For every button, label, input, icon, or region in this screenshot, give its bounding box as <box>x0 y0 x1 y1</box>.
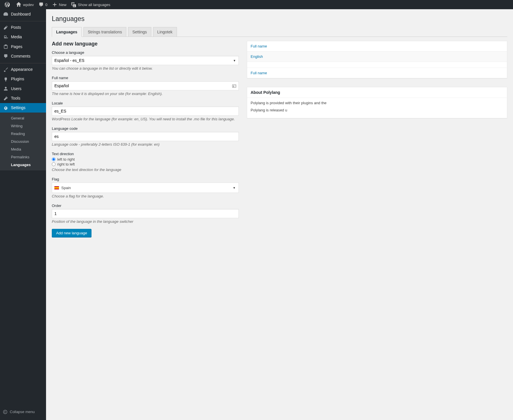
collapse-menu[interactable]: Collapse menu <box>0 406 46 420</box>
form-heading: Add new language <box>52 41 239 47</box>
site-link[interactable]: wpdev <box>14 0 36 9</box>
table-row[interactable]: English <box>247 52 507 62</box>
tab-languages[interactable]: Languages <box>52 27 82 37</box>
flag-spain-icon <box>54 186 59 189</box>
table-footer[interactable]: Full name <box>247 68 507 78</box>
tab-lingotek[interactable]: Lingotek <box>153 27 177 37</box>
content-area: Languages Languages Strings translations… <box>46 9 513 420</box>
about-title: About Polylang <box>247 87 507 98</box>
menu-appearance[interactable]: Appearance <box>0 64 46 74</box>
settings-icon <box>3 105 9 110</box>
plus-icon <box>52 2 57 7</box>
admin-sidebar: Dashboard Posts Media Pages Comments App… <box>0 9 46 420</box>
brush-icon <box>3 67 9 72</box>
submenu-permalinks[interactable]: Permalinks <box>0 153 46 161</box>
flag-label: Flag <box>52 177 239 181</box>
page-title: Languages <box>52 15 507 23</box>
new-label: New <box>59 3 66 7</box>
fullname-hint: The name is how it is displayed on your … <box>52 92 239 96</box>
fullname-label: Full name <box>52 76 239 80</box>
comments-link[interactable]: 0 <box>36 0 50 9</box>
add-language-form: Add new language Choose a language Españ… <box>52 41 239 237</box>
home-icon <box>16 2 21 7</box>
menu-tools[interactable]: Tools <box>0 93 46 103</box>
comment-icon <box>39 2 44 7</box>
new-link[interactable]: New <box>50 0 69 9</box>
tab-strings[interactable]: Strings translations <box>83 27 126 37</box>
svg-point-0 <box>3 410 7 414</box>
menu-plugins[interactable]: Plugins <box>0 74 46 84</box>
submenu-discussion[interactable]: Discussion <box>0 138 46 145</box>
order-label: Order <box>52 204 239 208</box>
languages-table: Full name English Full name <box>247 41 507 78</box>
choose-language-hint: You can choose a language in the list or… <box>52 66 239 71</box>
settings-submenu: General Writing Reading Discussion Media… <box>0 113 46 170</box>
direction-hint: Choose the text direction for the langua… <box>52 168 239 172</box>
locale-label: Locale <box>52 101 239 105</box>
side-column: Full name English Full name About Polyla… <box>247 41 507 127</box>
site-name: wpdev <box>23 3 34 7</box>
wrench-icon <box>3 96 9 100</box>
wp-logo[interactable] <box>2 0 14 9</box>
choose-language-select[interactable]: Español - es_ES <box>52 56 239 65</box>
menu-users[interactable]: Users <box>0 84 46 93</box>
page-icon <box>3 44 9 49</box>
separator <box>0 62 46 63</box>
show-all-languages[interactable]: Show all languages <box>69 0 113 9</box>
menu-comments[interactable]: Comments <box>0 51 46 61</box>
submenu-writing[interactable]: Writing <box>0 122 46 130</box>
translate-icon <box>71 2 76 7</box>
about-text-2: Polylang is released u <box>251 108 504 112</box>
direction-ltr-radio[interactable] <box>52 157 56 161</box>
submenu-media[interactable]: Media <box>0 145 46 153</box>
nav-tabs: Languages Strings translations Settings … <box>52 27 507 37</box>
pin-icon <box>3 25 9 30</box>
collapse-icon <box>3 409 7 414</box>
dashboard-icon <box>3 12 9 16</box>
submenu-reading[interactable]: Reading <box>0 130 46 138</box>
about-panel: About Polylang Polylang is provided with… <box>247 87 507 118</box>
menu-pages[interactable]: Pages <box>0 42 46 51</box>
comment-icon <box>3 54 9 58</box>
langcode-hint: Language code - preferably 2-letters ISO… <box>52 142 239 147</box>
flag-hint: Choose a flag for the language. <box>52 194 239 198</box>
submenu-general[interactable]: General <box>0 114 46 122</box>
wordpress-icon <box>5 2 10 7</box>
locale-hint: WordPress Locale for the language (for e… <box>52 117 239 121</box>
admin-topbar: wpdev 0 New Show all languages <box>0 0 513 9</box>
order-hint: Position of the language in the language… <box>52 219 239 224</box>
direction-label: Text direction <box>52 152 239 156</box>
table-header[interactable]: Full name <box>247 41 507 52</box>
menu-posts[interactable]: Posts <box>0 22 46 32</box>
about-text-1: Polylang is provided with their plugins … <box>251 101 504 105</box>
plugin-icon <box>3 77 9 81</box>
tab-settings[interactable]: Settings <box>128 27 151 37</box>
direction-rtl-radio[interactable] <box>52 162 56 166</box>
langcode-label: Language code <box>52 126 239 131</box>
table-row-empty <box>247 62 507 68</box>
comments-count: 0 <box>45 3 47 7</box>
media-icon <box>3 35 9 39</box>
id-card-icon <box>232 83 237 88</box>
menu-settings[interactable]: Settings <box>0 103 46 113</box>
locale-input[interactable] <box>52 107 239 116</box>
menu-media[interactable]: Media <box>0 32 46 42</box>
langcode-input[interactable] <box>52 132 239 141</box>
separator <box>0 20 46 21</box>
submenu-languages[interactable]: Languages <box>0 161 46 169</box>
user-icon <box>3 86 9 91</box>
flag-select[interactable]: Spain <box>52 183 239 193</box>
add-language-button[interactable]: Add new language <box>52 229 91 237</box>
order-input[interactable] <box>52 209 239 218</box>
menu-dashboard[interactable]: Dashboard <box>0 9 46 19</box>
choose-language-label: Choose a language <box>52 50 239 55</box>
svg-rect-1 <box>232 85 236 88</box>
show-all-label: Show all languages <box>78 3 110 7</box>
fullname-input[interactable] <box>52 81 239 90</box>
svg-point-2 <box>233 85 234 86</box>
